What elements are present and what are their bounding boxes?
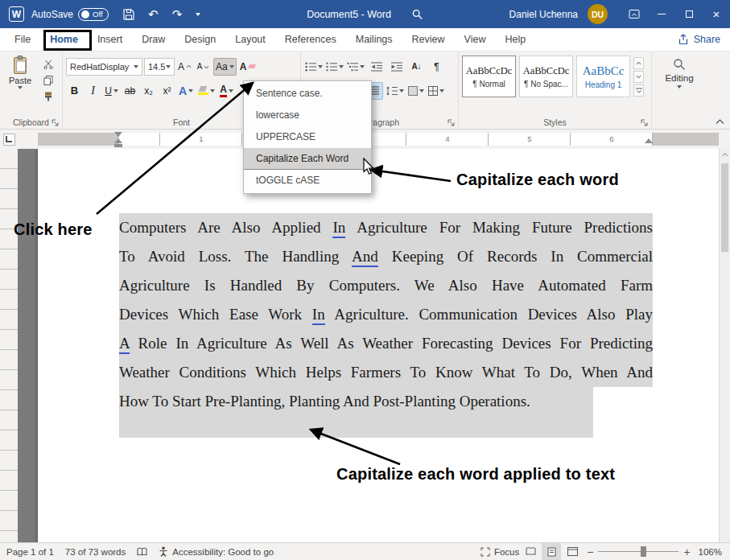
tab-file[interactable]: File [5,28,40,51]
menu-item-uppercase[interactable]: UPPERCASE [244,126,371,148]
numbering-button[interactable] [325,58,344,76]
tab-insert[interactable]: Insert [88,28,132,51]
decrease-indent-button[interactable] [367,58,386,76]
chevron-down-icon [419,89,424,93]
redo-button[interactable]: ↷ [172,7,183,22]
clear-formatting-button[interactable]: A [238,58,258,76]
focus-button[interactable]: Focus [480,547,519,557]
zoom-out-button[interactable]: − [587,546,593,558]
autosave-toggle[interactable]: Off [78,8,109,21]
zoom-thumb[interactable] [641,546,646,557]
shrink-font-button[interactable]: A [195,58,212,76]
bullets-button[interactable] [304,58,324,76]
left-indent-marker[interactable] [114,144,122,147]
italic-button[interactable]: I [85,82,101,100]
zoom-level[interactable]: 106% [699,547,722,557]
styles-more-button[interactable] [633,84,644,97]
scroll-thumb[interactable] [721,163,728,252]
proofing-status[interactable] [137,547,147,557]
style-name: ¶ Normal [472,80,505,89]
collapse-ribbon-button[interactable] [716,119,724,125]
ribbon-display-options-button[interactable] [621,0,648,28]
grow-font-button[interactable]: A [176,58,193,76]
copy-button[interactable] [40,73,56,87]
minimize-button[interactable] [648,0,675,28]
tab-view[interactable]: View [455,28,496,51]
bold-button[interactable]: B [66,82,83,100]
save-button[interactable] [123,9,134,20]
menu-item-sentence-case[interactable]: Sentence case. [244,83,371,105]
line-spacing-button[interactable] [385,82,405,100]
change-case-button[interactable]: Aa [213,58,237,76]
zoom-slider[interactable] [598,543,678,560]
word-app-icon[interactable]: W [9,6,24,22]
web-layout-button[interactable] [563,543,582,560]
search-icon[interactable] [412,9,423,20]
qat-customize-button[interactable] [196,13,200,16]
text-effects-button[interactable]: A [177,82,195,100]
print-layout-button[interactable] [542,543,561,560]
sort-button[interactable]: A↓ [407,58,426,76]
user-name[interactable]: Daniel Uchenna [509,9,578,20]
hanging-indent-marker[interactable] [114,138,122,143]
undo-button[interactable]: ↶ [148,7,159,22]
tab-draw[interactable]: Draw [132,28,175,51]
share-button[interactable]: Share [678,28,720,51]
tab-help[interactable]: Help [495,28,535,51]
menu-item-toggle-case[interactable]: tOGGLE cASE [244,170,371,191]
word-count[interactable]: 73 of 73 words [65,547,126,557]
paragraph-dialog-launcher[interactable] [447,119,455,126]
chevron-down-icon [318,65,323,68]
tab-review[interactable]: Review [402,28,455,51]
maximize-button[interactable] [675,0,703,28]
style-card-no-spacing[interactable]: AaBbCcDc ¶ No Spac... [519,56,573,97]
read-mode-button[interactable] [521,543,540,560]
font-name-select[interactable]: RedHatDisplay [66,58,142,76]
avatar[interactable]: DU [588,4,608,24]
right-indent-marker[interactable] [645,138,653,143]
close-button[interactable]: × [703,0,730,28]
tab-layout[interactable]: Layout [225,28,275,51]
zoom-in-button[interactable]: + [683,546,690,558]
scroll-up-arrow[interactable] [722,152,728,157]
underline-button[interactable]: U [103,82,120,100]
superscript-button[interactable]: x² [159,82,175,100]
document-text[interactable]: Computers Are Also Applied In Agricultur… [119,213,653,416]
multilevel-list-button[interactable] [346,58,365,76]
tab-mailings[interactable]: Mailings [346,28,402,51]
first-line-indent-marker[interactable] [114,132,122,137]
styles-scroll-down-button[interactable] [633,71,644,83]
font-color-button[interactable]: A [218,82,235,100]
text-highlight-button[interactable] [196,82,217,100]
style-preview: AaBbCcDc [523,65,570,77]
format-painter-button[interactable] [40,89,56,103]
tab-design[interactable]: Design [175,28,225,51]
accessibility-status[interactable]: Accessibility: Good to go [159,546,274,557]
vertical-scrollbar[interactable] [719,149,730,542]
page-indicator[interactable]: Page 1 of 1 [6,547,54,557]
increase-indent-button[interactable] [387,58,406,76]
quick-access-toolbar: ↶ ↷ [123,7,200,22]
tab-home[interactable]: Home [40,28,88,51]
autosave-control[interactable]: AutoSave Off [31,8,109,21]
subscript-button[interactable]: x₂ [140,82,157,100]
styles-scroll-up-button[interactable] [633,57,644,69]
menu-item-capitalize-each-word[interactable]: Capitalize Each Word [244,148,371,170]
show-marks-button[interactable]: ¶ [427,58,446,76]
style-card-heading1[interactable]: AaBbCc Heading 1 [576,56,630,97]
paste-button[interactable]: Paste [3,56,37,103]
menu-item-lowercase[interactable]: lowercase [244,105,371,126]
style-card-normal[interactable]: AaBbCcDc ¶ Normal [462,56,516,97]
cut-button[interactable] [40,57,56,71]
styles-dialog-launcher[interactable] [641,119,648,126]
editing-group[interactable]: Editing [652,51,707,129]
shading-button[interactable] [406,82,425,100]
font-size-select[interactable]: 14.5 [144,58,175,76]
style-name: ¶ No Spac... [524,80,568,89]
tab-references[interactable]: References [275,28,346,51]
borders-button[interactable] [427,82,445,100]
clipboard-dialog-launcher[interactable] [52,119,59,126]
strikethrough-button[interactable]: ab [122,82,138,100]
tab-selector[interactable] [3,134,15,146]
vertical-ruler[interactable] [0,149,18,542]
